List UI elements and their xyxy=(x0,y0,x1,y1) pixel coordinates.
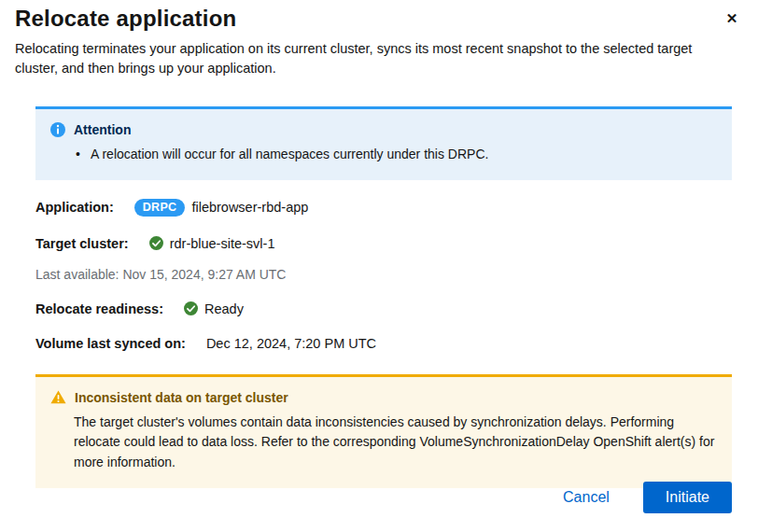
modal-description: Relocating terminates your application o… xyxy=(0,32,737,79)
last-available-text: Last available: Nov 15, 2024, 9:27 AM UT… xyxy=(35,267,732,282)
target-cluster-row: Target cluster: rdr-blue-site-svl-1 xyxy=(35,236,732,251)
cancel-button[interactable]: Cancel xyxy=(552,483,621,511)
warning-triangle-icon xyxy=(50,390,66,404)
close-icon[interactable]: ✕ xyxy=(721,7,743,30)
warning-alert-body: The target cluster's volumes contain dat… xyxy=(50,413,717,473)
application-value: filebrowser-rbd-app xyxy=(191,200,308,215)
modal-footer: Cancel Initiate xyxy=(552,482,732,513)
application-label: Application: xyxy=(35,200,114,215)
volume-last-synced-row: Volume last synced on: Dec 12, 2024, 7:2… xyxy=(35,336,732,351)
modal-body: Attention A relocation will occur for al… xyxy=(0,106,758,488)
target-cluster-value: rdr-blue-site-svl-1 xyxy=(170,236,275,251)
relocate-readiness-value: Ready xyxy=(204,301,244,316)
info-alert-title: Attention xyxy=(74,122,131,137)
relocate-readiness-label: Relocate readiness: xyxy=(35,301,163,316)
volume-last-synced-value: Dec 12, 2024, 7:20 PM UTC xyxy=(206,336,376,351)
modal-title: Relocate application xyxy=(15,6,743,32)
warning-alert-title: Inconsistent data on target cluster xyxy=(75,390,288,405)
info-alert-list: A relocation will occur for all namespac… xyxy=(74,145,717,165)
application-row: Application: DRPC filebrowser-rbd-app xyxy=(35,199,732,217)
modal-header: Relocate application ✕ xyxy=(0,0,758,32)
info-alert-item: A relocation will occur for all namespac… xyxy=(74,145,717,165)
drpc-badge: DRPC xyxy=(134,199,186,217)
relocate-readiness-row: Relocate readiness: Ready xyxy=(35,301,732,316)
info-icon xyxy=(50,122,65,137)
warning-alert: Inconsistent data on target cluster The … xyxy=(35,374,732,488)
green-check-icon xyxy=(149,236,163,250)
initiate-button[interactable]: Initiate xyxy=(643,482,732,513)
fields-section: Application: DRPC filebrowser-rbd-app Ta… xyxy=(35,199,732,351)
target-cluster-label: Target cluster: xyxy=(35,236,129,251)
green-check-icon xyxy=(184,301,198,315)
volume-last-synced-label: Volume last synced on: xyxy=(35,336,186,351)
info-alert: Attention A relocation will occur for al… xyxy=(35,106,732,180)
